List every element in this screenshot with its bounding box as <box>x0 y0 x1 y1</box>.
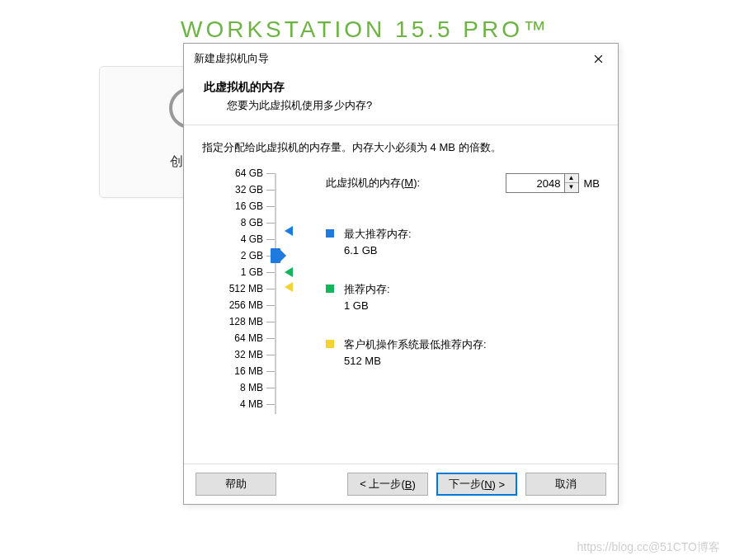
ruler-track <box>275 173 276 414</box>
spin-up-button[interactable]: ▲ <box>565 174 578 183</box>
ruler-tick-label: 64 GB <box>235 167 263 179</box>
dialog-subheading: 您要为此虚拟机使用多少内存? <box>227 98 601 113</box>
legend-min-label: 客户机操作系统最低推荐内存: <box>344 336 487 353</box>
ruler-tick <box>266 404 275 405</box>
background-brand: WORKSTATION 15.5 PRO™ <box>181 16 549 43</box>
memory-unit: MB <box>584 177 600 190</box>
instruction-text: 指定分配给此虚拟机的内存量。内存大小必须为 4 MB 的倍数。 <box>202 140 600 155</box>
legend-rec-value: 1 GB <box>344 298 390 314</box>
ruler-tick-label: 256 MB <box>229 299 263 311</box>
legend-min-value: 512 MB <box>344 353 487 369</box>
memory-right-column: 此虚拟机的内存(M): ▲ ▼ MB 最大推荐内存: <box>276 173 600 421</box>
legend-max-value: 6.1 GB <box>344 242 412 259</box>
ruler-tick <box>266 206 275 207</box>
memory-slider-handle[interactable] <box>271 248 280 263</box>
close-button[interactable] <box>585 49 611 68</box>
square-blue-icon <box>326 229 334 238</box>
ruler-tick-label: 128 MB <box>229 316 263 327</box>
ruler-tick-label: 16 GB <box>235 200 263 212</box>
ruler-tick-label: 64 MB <box>234 332 263 344</box>
ruler-tick-label: 32 GB <box>235 184 263 195</box>
dialog-header: 此虚拟机的内存 您要为此虚拟机使用多少内存? <box>184 73 618 125</box>
ruler-tick-label: 512 MB <box>229 283 263 294</box>
titlebar: 新建虚拟机向导 <box>184 44 618 73</box>
wizard-dialog: 新建虚拟机向导 此虚拟机的内存 您要为此虚拟机使用多少内存? 指定分配给此虚拟机… <box>183 43 619 505</box>
ruler-tick <box>266 305 275 306</box>
dialog-title: 新建虚拟机向导 <box>194 51 269 66</box>
ruler-tick-label: 1 GB <box>241 266 263 278</box>
watermark: https://blog.cc@51CTO博客 <box>577 540 720 555</box>
max-memory-marker-icon <box>285 226 293 236</box>
legend-rec-label: 推荐内存: <box>344 281 390 298</box>
ruler-tick <box>266 190 275 191</box>
ruler-tick-label: 4 MB <box>240 398 263 410</box>
ruler-tick <box>266 223 275 224</box>
memory-field-row: 此虚拟机的内存(M): ▲ ▼ MB <box>326 173 600 193</box>
square-yellow-icon <box>326 340 334 348</box>
ruler-tick-label: 32 MB <box>234 349 263 360</box>
ruler-tick <box>266 355 275 355</box>
ruler-tick <box>266 239 275 240</box>
ruler-tick <box>266 272 275 273</box>
ruler-tick-label: 8 MB <box>240 382 263 393</box>
legend-recommended: 推荐内存: 1 GB <box>326 281 600 313</box>
ruler-tick <box>266 289 275 289</box>
ruler-tick <box>266 173 275 174</box>
memory-spinner: ▲ ▼ MB <box>506 173 600 193</box>
legend-min: 客户机操作系统最低推荐内存: 512 MB <box>326 336 600 369</box>
min-memory-marker-icon <box>285 282 293 292</box>
recommended-memory-marker-icon <box>285 267 293 277</box>
ruler-tick <box>266 388 275 388</box>
dialog-body: 指定分配给此虚拟机的内存量。内存大小必须为 4 MB 的倍数。 64 GB32 … <box>184 125 618 464</box>
memory-input[interactable] <box>506 173 565 193</box>
memory-ruler[interactable]: 64 GB32 GB16 GB8 GB4 GB2 GB1 GB512 MB256… <box>202 173 276 421</box>
cancel-button[interactable]: 取消 <box>525 473 606 496</box>
ruler-tick <box>266 338 275 339</box>
spin-down-button[interactable]: ▼ <box>565 183 578 192</box>
ruler-tick <box>266 322 275 322</box>
memory-field-label: 此虚拟机的内存(M): <box>326 176 420 191</box>
button-bar: 帮助 < 上一步(B) 下一步(N) > 取消 <box>184 464 618 504</box>
ruler-tick-label: 4 GB <box>241 233 263 245</box>
close-icon <box>594 54 603 64</box>
ruler-tick-label: 16 MB <box>234 365 263 377</box>
ruler-tick-label: 2 GB <box>241 250 263 261</box>
square-green-icon <box>326 285 334 293</box>
back-button[interactable]: < 上一步(B) <box>347 473 428 496</box>
ruler-tick <box>266 371 275 372</box>
help-button[interactable]: 帮助 <box>195 473 276 496</box>
next-button[interactable]: 下一步(N) > <box>436 473 517 496</box>
dialog-heading: 此虚拟机的内存 <box>204 80 601 95</box>
legend-max: 最大推荐内存: 6.1 GB <box>326 226 600 258</box>
legend-max-label: 最大推荐内存: <box>344 226 412 242</box>
ruler-tick-label: 8 GB <box>241 217 263 228</box>
